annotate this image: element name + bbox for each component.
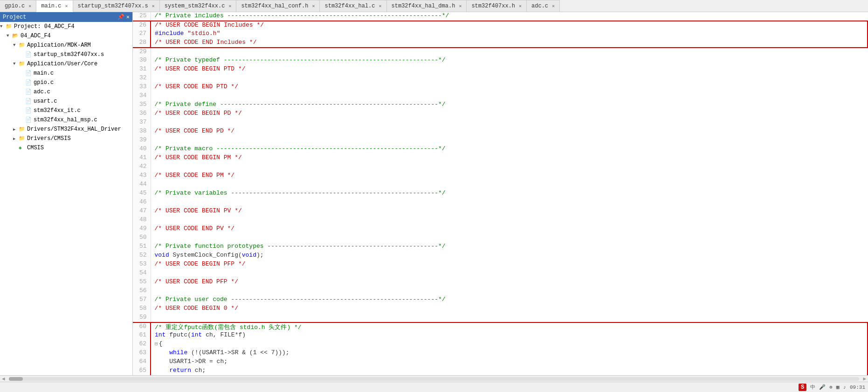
line-number: 33 xyxy=(133,83,151,92)
tree-item-04adc[interactable]: ▼📂04_ADC_F4 xyxy=(0,31,132,41)
line-text[interactable]: USART1->DR = ch; xyxy=(151,358,868,367)
tree-item-cmsis[interactable]: ◆CMSIS xyxy=(0,143,132,153)
bottom-scrollbar[interactable]: ◀ ▶ xyxy=(0,375,868,382)
line-number: 47 xyxy=(133,207,151,216)
line-text[interactable] xyxy=(151,287,868,296)
tree-item-stm32it[interactable]: 📄stm32f4xx_it.c xyxy=(0,106,132,115)
tab-close-icon[interactable]: ✕ xyxy=(519,3,522,9)
line-number: 64 xyxy=(133,358,151,367)
settings-icon[interactable]: ⊕ xyxy=(829,384,833,390)
tree-item-adc_c[interactable]: 📄adc.c xyxy=(0,87,132,97)
line-text[interactable] xyxy=(151,198,868,207)
line-text[interactable] xyxy=(151,216,868,225)
tab-close-icon[interactable]: ✕ xyxy=(459,3,462,9)
tab-close-icon[interactable]: ✕ xyxy=(312,3,315,9)
tree-item-app_mdk[interactable]: ▼📁Application/MDK-ARM xyxy=(0,41,132,50)
lang-icon[interactable]: 中 xyxy=(810,384,815,391)
tab-stm32f4xx-hal-dma-h[interactable]: stm32f4xx_hal_dma.h✕ xyxy=(387,0,467,12)
line-text[interactable]: /* USER CODE BEGIN Includes */ xyxy=(151,21,868,30)
line-text[interactable]: /* USER CODE END PTD */ xyxy=(151,83,868,92)
line-text[interactable]: /* USER CODE BEGIN PTD */ xyxy=(151,65,868,74)
line-text[interactable]: int fputc(int ch, FILE*f) xyxy=(151,331,868,340)
tree-label: CMSIS xyxy=(27,145,44,151)
tree-item-drivers_hal[interactable]: ▶📁Drivers/STM32F4xx_HAL_Driver xyxy=(0,125,132,134)
line-number: 38 xyxy=(133,127,151,136)
line-text[interactable] xyxy=(151,119,868,127)
line-text[interactable]: while (!(USART1->SR & (1 << 7))); xyxy=(151,349,868,358)
line-text[interactable]: /* Private macro -----------------------… xyxy=(151,145,868,154)
line-text[interactable]: void SystemClock_Config(void); xyxy=(151,252,868,260)
line-text[interactable]: /* USER CODE BEGIN PD */ xyxy=(151,110,868,119)
tree-item-root[interactable]: ▼📁Project: 04_ADC_F4 xyxy=(0,22,132,31)
tab-main-c[interactable]: main.c✕ xyxy=(36,0,73,12)
tab-startup-stm32f407xx-s[interactable]: startup_stm32f407xx.s✕ xyxy=(73,0,160,12)
pin-icon[interactable]: 📌 xyxy=(117,14,124,21)
tab-gpio-c[interactable]: gpio.c✕ xyxy=(0,0,36,12)
line-text[interactable] xyxy=(151,136,868,145)
line-text[interactable]: /* USER CODE BEGIN PM */ xyxy=(151,154,868,163)
line-text[interactable]: /* USER CODE END PM */ xyxy=(151,172,868,181)
line-text[interactable]: /* Private includes --------------------… xyxy=(151,12,868,21)
line-text[interactable]: /* USER CODE END PD */ xyxy=(151,127,868,136)
line-number: 57 xyxy=(133,296,151,305)
line-text[interactable]: /* Private function prototypes ---------… xyxy=(151,243,868,252)
line-text[interactable] xyxy=(151,48,868,56)
line-text[interactable] xyxy=(151,163,868,172)
line-text[interactable]: /* USER CODE BEGIN PFP */ xyxy=(151,260,868,269)
line-text[interactable]: /* Private user code -------------------… xyxy=(151,296,868,305)
tab-stm32f407xx-h[interactable]: stm32f407xx.h✕ xyxy=(467,0,527,12)
line-text[interactable] xyxy=(151,181,868,189)
line-number: 25 xyxy=(133,12,151,21)
tree-item-app_user[interactable]: ▼📁Application/User/Core xyxy=(0,59,132,69)
tab-close-icon[interactable]: ✕ xyxy=(379,3,382,9)
line-text[interactable]: /* Private typedef ---------------------… xyxy=(151,56,868,65)
s-icon[interactable]: S xyxy=(799,384,806,391)
code-line-59: 59 xyxy=(133,314,868,322)
line-text[interactable] xyxy=(151,234,868,243)
tree-item-usart_c[interactable]: 📄usart.c xyxy=(0,97,132,106)
line-text[interactable]: /* USER CODE BEGIN 0 */ xyxy=(151,305,868,314)
grid-icon[interactable]: ▦ xyxy=(836,384,840,390)
tab-adc-c[interactable]: adc.c✕ xyxy=(527,0,560,12)
tree-container: ▼📁Project: 04_ADC_F4▼📂04_ADC_F4▼📁Applica… xyxy=(0,22,132,153)
tree-item-main_c[interactable]: 📄main.c xyxy=(0,69,132,78)
tree-item-drivers_cmsis[interactable]: ▶📁Drivers/CMSIS xyxy=(0,134,132,143)
line-text[interactable]: /* Private variables -------------------… xyxy=(151,189,868,198)
tab-close-icon[interactable]: ✕ xyxy=(28,3,31,9)
code-line-40: 40/* Private macro ---------------------… xyxy=(133,145,868,154)
close-icon[interactable]: ✕ xyxy=(126,14,130,21)
tab-close-icon[interactable]: ✕ xyxy=(65,3,68,9)
line-number: 40 xyxy=(133,145,151,154)
line-text[interactable]: /* USER CODE END PFP */ xyxy=(151,278,868,287)
tab-close-icon[interactable]: ✕ xyxy=(228,3,231,9)
tree-item-gpio_c[interactable]: 📄gpio.c xyxy=(0,78,132,87)
line-text[interactable] xyxy=(151,314,868,322)
tree-label: usart.c xyxy=(34,98,57,105)
line-text[interactable] xyxy=(151,269,868,278)
line-text[interactable] xyxy=(151,92,868,101)
tree-item-startup[interactable]: 📄startup_stm32f407xx.s xyxy=(0,50,132,59)
music-icon[interactable]: ♪ xyxy=(843,385,846,390)
line-text[interactable]: #include "stdio.h" xyxy=(151,30,868,39)
line-number: 51 xyxy=(133,243,151,252)
line-text[interactable]: ⊟{ xyxy=(151,340,868,349)
code-line-56: 56 xyxy=(133,287,868,296)
line-text[interactable]: return ch; xyxy=(151,367,868,375)
line-text[interactable]: /* USER CODE BEGIN PV */ xyxy=(151,207,868,216)
mic-icon[interactable]: 🎤 xyxy=(819,384,826,390)
code-editor[interactable]: 25/* Private includes ------------------… xyxy=(133,12,868,375)
tab-stm32f4xx-hal-conf-h[interactable]: stm32f4xx_hal_conf.h✕ xyxy=(236,0,320,12)
tab-close-icon[interactable]: ✕ xyxy=(152,3,155,9)
tab-system-stm32f4xx-c[interactable]: system_stm32f4xx.c✕ xyxy=(160,0,237,12)
line-text[interactable] xyxy=(151,74,868,83)
line-text[interactable]: /* 重定义fputc函数(需包含 stdio.h 头文件) */ xyxy=(151,322,868,331)
scroll-track[interactable] xyxy=(9,377,860,381)
tree-item-stm32hal[interactable]: 📄stm32f4xx_hal_msp.c xyxy=(0,115,132,125)
line-text[interactable]: /* USER CODE END PV */ xyxy=(151,225,868,234)
tab-close-icon[interactable]: ✕ xyxy=(552,3,555,9)
line-text[interactable]: /* Private define ----------------------… xyxy=(151,101,868,110)
tab-stm32f4xx-hal-c[interactable]: stm32f4xx_hal.c✕ xyxy=(320,0,386,12)
tab-label: stm32f4xx_hal_conf.h xyxy=(241,3,308,9)
line-text[interactable]: /* USER CODE END Includes */ xyxy=(151,39,868,48)
scroll-thumb[interactable] xyxy=(9,377,23,381)
